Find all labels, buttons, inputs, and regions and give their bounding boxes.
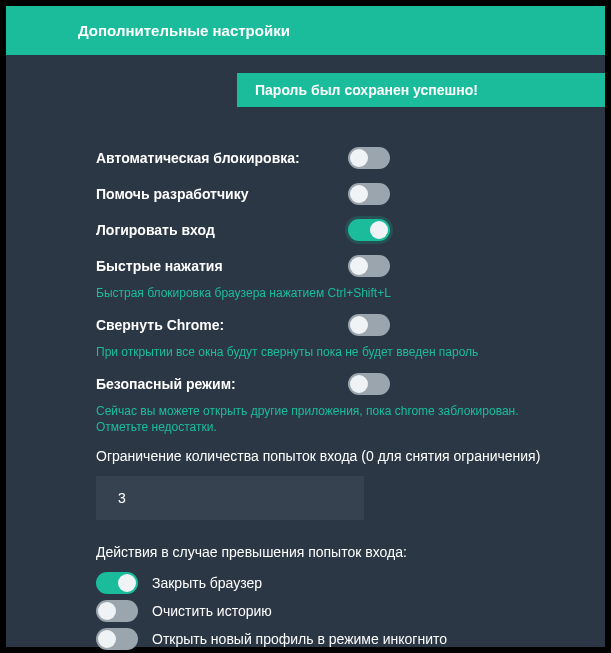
toggle-quick-press[interactable] xyxy=(348,255,390,277)
label-minimize-chrome: Свернуть Chrome: xyxy=(96,317,348,333)
toggle-minimize-chrome[interactable] xyxy=(348,314,390,336)
settings-panel: Дополнительные настройки Пароль был сохр… xyxy=(6,6,605,647)
label-clear-history: Очистить историю xyxy=(152,603,272,619)
success-banner-text: Пароль был сохранен успешно! xyxy=(237,73,605,107)
row-clear-history: Очистить историю xyxy=(96,600,605,622)
label-safe-mode: Безопасный режим: xyxy=(96,376,348,392)
hint-quick-press: Быстрая блокировка браузера нажатием Ctr… xyxy=(96,285,566,302)
toggle-help-dev[interactable] xyxy=(348,183,390,205)
row-auto-lock: Автоматическая блокировка: xyxy=(96,147,605,169)
hint-minimize-chrome: При открытии все окна будут свернуты пок… xyxy=(96,344,566,361)
toggle-auto-lock[interactable] xyxy=(348,147,390,169)
row-quick-press: Быстрые нажатия xyxy=(96,255,605,277)
label-log-login: Логировать вход xyxy=(96,222,348,238)
toggle-incognito[interactable] xyxy=(96,628,138,650)
settings-content: Автоматическая блокировка: Помочь разраб… xyxy=(6,107,605,650)
label-actions: Действия в случае превышения попыток вхо… xyxy=(96,544,605,560)
label-quick-press: Быстрые нажатия xyxy=(96,258,348,274)
row-help-dev: Помочь разработчику xyxy=(96,183,605,205)
hint-safe-mode: Сейчас вы можете открыть другие приложен… xyxy=(96,403,566,437)
row-incognito: Открыть новый профиль в режиме инкогнито xyxy=(96,628,605,650)
label-auto-lock: Автоматическая блокировка: xyxy=(96,150,348,166)
toggle-safe-mode[interactable] xyxy=(348,373,390,395)
toggle-log-login[interactable] xyxy=(348,219,390,241)
label-attempt-limit: Ограничение количества попыток входа (0 … xyxy=(96,448,605,464)
toggle-clear-history[interactable] xyxy=(96,600,138,622)
panel-header: Дополнительные настройки xyxy=(6,6,605,55)
panel-title: Дополнительные настройки xyxy=(78,22,290,39)
row-log-login: Логировать вход xyxy=(96,219,605,241)
input-attempt-limit[interactable] xyxy=(96,476,364,520)
row-close-browser: Закрыть браузер xyxy=(96,572,605,594)
toggle-close-browser[interactable] xyxy=(96,572,138,594)
row-minimize-chrome: Свернуть Chrome: xyxy=(96,314,605,336)
label-incognito: Открыть новый профиль в режиме инкогнито xyxy=(152,631,447,647)
label-close-browser: Закрыть браузер xyxy=(152,575,262,591)
label-help-dev: Помочь разработчику xyxy=(96,186,348,202)
success-banner: Пароль был сохранен успешно! xyxy=(6,73,605,107)
row-safe-mode: Безопасный режим: xyxy=(96,373,605,395)
